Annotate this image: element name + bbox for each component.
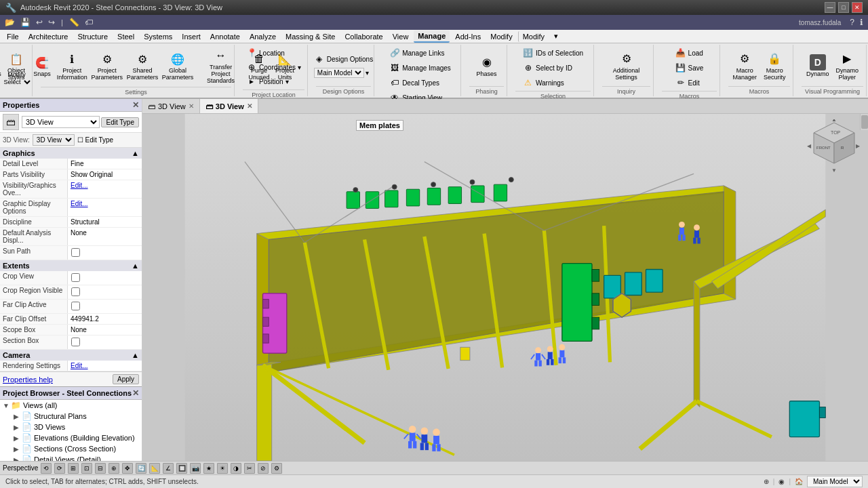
minimize-button[interactable]: — xyxy=(825,2,835,13)
menu-systems[interactable]: Systems xyxy=(140,31,176,42)
select-by-id-button[interactable]: ⊕ Select by ID xyxy=(520,61,575,75)
section-box-checkbox[interactable] xyxy=(71,338,80,346)
qa-open-button[interactable]: 📂 xyxy=(3,17,17,28)
crop-region-checkbox[interactable] xyxy=(71,287,80,296)
tree-item-views-all[interactable]: ▼ 📁 Views (all) xyxy=(0,400,142,411)
nav-spin-left[interactable]: ⟲ xyxy=(41,463,52,474)
graphics-section-header[interactable]: Graphics ▲ xyxy=(0,148,142,159)
info-button[interactable]: ℹ xyxy=(858,17,865,28)
menu-steel[interactable]: Steel xyxy=(113,31,138,42)
design-options-button[interactable]: ◈ Design Options xyxy=(311,52,376,66)
menu-structure[interactable]: Structure xyxy=(73,31,112,42)
dynamo-button[interactable]: D Dynamo xyxy=(804,53,832,79)
ids-selection-button[interactable]: 🔢 IDs of Selection xyxy=(520,46,586,60)
tree-item-3d-views[interactable]: ▶ 📄 3D Views xyxy=(0,422,142,432)
tree-item-elevations[interactable]: ▶ 📄 Elevations (Building Elevation) xyxy=(0,432,142,443)
qa-measure-button[interactable]: 📏 xyxy=(67,17,81,28)
view-cube[interactable]: TOP FRONT R ▼ ▲ ◀ ▶ xyxy=(807,119,861,174)
warnings-button[interactable]: ⚠ Warnings xyxy=(520,76,567,89)
menu-massing[interactable]: Massing & Site xyxy=(281,31,339,42)
visibility-graphics-edit[interactable]: Edit... xyxy=(68,180,142,198)
qa-redo-button[interactable]: ↪ xyxy=(46,17,57,28)
view-tab-3dview-2[interactable]: 🗃 3D View ✕ xyxy=(200,99,258,113)
menu-manage[interactable]: Manage xyxy=(414,30,450,43)
nav-zoom-fit[interactable]: ⊞ xyxy=(68,463,79,474)
manage-images-button[interactable]: 🖼 Manage Images xyxy=(387,61,454,75)
viewport[interactable]: 🗃 3D View ✕ 🗃 3D View ✕ xyxy=(142,99,868,461)
global-params-button[interactable]: 🌐 GlobalParameters xyxy=(161,49,195,82)
nav-orbit[interactable]: 🔄 xyxy=(136,463,146,474)
view-tab-3dview-1[interactable]: 🗃 3D View ✕ xyxy=(142,99,200,113)
window-controls[interactable]: — □ ✕ xyxy=(825,2,863,13)
properties-help-link[interactable]: Properties help xyxy=(3,375,53,384)
transfer-standards-button[interactable]: ↔ TransferProject Standards xyxy=(196,46,245,85)
scrollbar-thumb-v[interactable] xyxy=(861,115,868,129)
nav-sun[interactable]: ☀ xyxy=(217,463,228,474)
menu-modify[interactable]: Modify xyxy=(486,31,516,42)
materials-button[interactable]: 🧱 Materials xyxy=(0,53,3,79)
save-button[interactable]: 💾 Save xyxy=(673,61,707,75)
edit-button[interactable]: ✏ Edit xyxy=(673,76,703,89)
nav-pan[interactable]: ✥ xyxy=(122,463,133,474)
macro-manager-button[interactable]: ⚙ MacroManager xyxy=(730,49,760,82)
coordinates-button[interactable]: ⊕ Coordinates ▾ xyxy=(243,60,304,74)
nav-hide-crop[interactable]: ⊘ xyxy=(258,463,269,474)
nav-view-settings[interactable]: ⚙ xyxy=(271,463,282,474)
location-button[interactable]: 📍 Location xyxy=(243,46,288,60)
viewport-scrollbar-v[interactable] xyxy=(860,114,868,130)
tree-item-structural-plans[interactable]: ▶ 📄 Structural Plans xyxy=(0,411,142,422)
decal-types-button[interactable]: 🏷 Decal Types xyxy=(387,76,442,89)
menu-addins[interactable]: Add-Ins xyxy=(451,31,485,42)
project-params-button[interactable]: ⚙ ProjectParameters xyxy=(90,49,124,82)
menu-architecture[interactable]: Architecture xyxy=(24,31,73,42)
qa-undo-button[interactable]: ↩ xyxy=(34,17,45,28)
dynamo-player-button[interactable]: ▶ DynamoPlayer xyxy=(833,49,862,82)
far-clip-checkbox[interactable] xyxy=(71,302,80,310)
nav-measure[interactable]: 📐 xyxy=(149,463,160,474)
tree-item-detail-views[interactable]: ▶ 📄 Detail Views (Detail) xyxy=(0,454,142,461)
graphic-display-edit[interactable]: Edit... xyxy=(68,199,142,216)
menu-annotate[interactable]: Annotate xyxy=(206,31,244,42)
menu-dropdown[interactable]: ▾ xyxy=(550,30,562,42)
menu-insert[interactable]: Insert xyxy=(178,31,205,42)
sun-path-checkbox[interactable] xyxy=(71,248,80,257)
main-model-select[interactable]: Main Model xyxy=(314,68,364,78)
nav-spin-right[interactable]: ⟳ xyxy=(54,463,65,474)
snaps-button[interactable]: 🧲 Snaps xyxy=(30,53,54,79)
view-tab-close-2[interactable]: ✕ xyxy=(247,102,252,110)
help-button[interactable]: ? xyxy=(848,17,856,28)
apply-button[interactable]: Apply xyxy=(113,374,139,384)
rendering-settings-edit[interactable]: Edit... xyxy=(68,361,142,371)
position-button[interactable]: ▸ Position ▾ xyxy=(243,75,292,88)
menu-modify2[interactable]: Modify xyxy=(518,31,549,42)
tree-item-sections[interactable]: ▶ 📄 Sections (Cross Section) xyxy=(0,443,142,454)
view-tab-close-1[interactable]: ✕ xyxy=(189,102,194,110)
camera-section-header[interactable]: Camera ▲ xyxy=(0,350,142,361)
property-type-select[interactable]: 3D View xyxy=(22,116,100,128)
phases-button[interactable]: ◉ Phases xyxy=(473,53,499,79)
menu-analyze[interactable]: Analyze xyxy=(245,31,280,42)
nav-render[interactable]: ★ xyxy=(203,463,214,474)
load-button[interactable]: 📥 Load xyxy=(673,46,706,60)
properties-close-button[interactable]: ✕ xyxy=(132,100,139,110)
manage-links-button[interactable]: 🔗 Manage Links xyxy=(387,46,447,60)
qa-tag-button[interactable]: 🏷 xyxy=(83,17,95,28)
menu-collaborate[interactable]: Collaborate xyxy=(340,31,387,42)
nav-zoom-in[interactable]: ⊕ xyxy=(108,463,119,474)
nav-camera[interactable]: 📷 xyxy=(190,463,201,474)
additional-settings-button[interactable]: ⚙ AdditionalSettings xyxy=(610,49,643,82)
nav-zoom-region[interactable]: ⊡ xyxy=(81,463,92,474)
edit-type-button[interactable]: Edit Type xyxy=(101,117,139,127)
nav-angle[interactable]: ∠ xyxy=(163,463,174,474)
nav-section-box[interactable]: 🔲 xyxy=(176,463,187,474)
object-styles-button[interactable]: 📋 ObjectStyles xyxy=(4,49,28,82)
macro-security-button[interactable]: 🔒 MacroSecurity xyxy=(761,49,789,82)
menu-view[interactable]: View xyxy=(389,31,413,42)
view-select[interactable]: 3D View xyxy=(33,134,75,146)
qa-save-button[interactable]: 💾 xyxy=(18,17,33,28)
menu-file[interactable]: File xyxy=(3,31,23,42)
shared-params-button[interactable]: ⚙ SharedParameters xyxy=(125,49,159,82)
nav-shadows[interactable]: ◑ xyxy=(231,463,241,474)
close-button[interactable]: ✕ xyxy=(852,2,863,13)
crop-view-checkbox[interactable] xyxy=(71,273,80,282)
